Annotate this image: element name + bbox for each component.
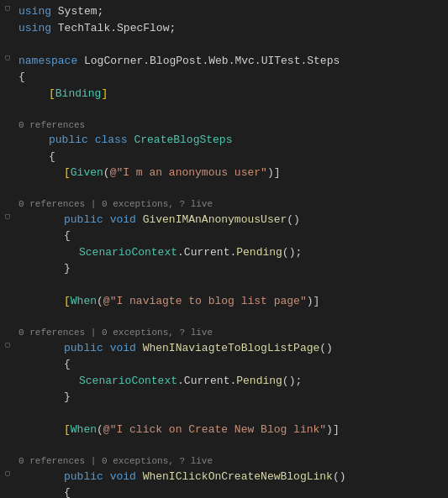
- line-content: [When(@"I click on Create New Blog link"…: [15, 422, 448, 438]
- code-line: [Binding]: [0, 86, 448, 102]
- gutter-icon[interactable]: ▢: [0, 53, 15, 65]
- token-plain: [88, 134, 95, 146]
- token-type: ScenarioContext: [79, 375, 177, 387]
- token-type: When: [71, 423, 97, 436]
- code-line: {: [0, 69, 448, 86]
- line-content: 0 references | 0 exceptions, ? live: [15, 181, 448, 212]
- token-bracket: [: [64, 295, 71, 307]
- token-string: @"I click on Create New Blog link": [103, 423, 326, 436]
- token-plain: LogCorner.BlogPost.Web.Mvc.UITest.Steps: [77, 55, 340, 67]
- code-line: [0, 277, 448, 294]
- token-kw: using: [18, 22, 51, 34]
- line-content: 0 references | 0 exceptions, ? live: [15, 438, 448, 469]
- line-content: public void GivenIMAnAnonymousUser(): [15, 212, 448, 228]
- code-line: ▢public void WhenINaviagteToBlogListPage…: [0, 340, 448, 357]
- token-plain: ();: [282, 246, 302, 259]
- code-line: 0 references | 0 exceptions, ? live: [0, 310, 448, 340]
- token-brace: {: [64, 486, 71, 498]
- token-brace: }: [64, 262, 71, 275]
- code-line: {: [0, 356, 448, 373]
- line-content: ScenarioContext.Current.Pending();: [15, 244, 448, 261]
- line-content: public void WhenIClickOnCreateNewBlogLin…: [15, 469, 448, 485]
- token-plain: System;: [51, 5, 103, 18]
- line-content: 0 references: [15, 102, 448, 132]
- code-line: using TechTalk.SpecFlow;: [0, 20, 448, 37]
- line-content: public class CreateBlogSteps: [15, 132, 448, 149]
- token-string: @"I m an anonymous user": [110, 166, 267, 179]
- token-method: WhenINaviagteToBlogListPage: [143, 342, 320, 354]
- token-type: When: [71, 295, 97, 307]
- token-plain: (): [333, 470, 346, 483]
- token-kw: void: [110, 342, 136, 354]
- token-plain: .Current.: [177, 246, 236, 259]
- token-kw: void: [110, 213, 136, 226]
- code-editor: ▢using System;using TechTalk.SpecFlow;▢n…: [0, 0, 448, 498]
- gutter-icon[interactable]: ▢: [0, 212, 15, 223]
- gutter-icon[interactable]: ▢: [0, 3, 15, 15]
- code-line: ▢namespace LogCorner.BlogPost.Web.Mvc.UI…: [0, 53, 448, 70]
- token-method: GivenIMAnAnonymousUser: [143, 213, 287, 226]
- token-kw: class: [95, 134, 128, 146]
- line-content: [15, 406, 448, 422]
- reference-info: 0 references | 0 exceptions, ? live: [18, 197, 448, 212]
- token-kw: public: [64, 342, 103, 354]
- line-content: }: [15, 389, 448, 406]
- line-content: }: [15, 260, 448, 277]
- token-plain: (): [319, 342, 333, 354]
- token-type: ScenarioContext: [79, 246, 177, 259]
- token-bracket: [: [49, 87, 55, 100]
- token-bracket: [: [64, 166, 71, 179]
- token-plain: [103, 213, 110, 226]
- code-line: 0 references | 0 exceptions, ? live: [0, 181, 448, 212]
- gutter-icon[interactable]: ▢: [0, 469, 15, 480]
- line-content: {: [15, 149, 448, 165]
- token-method: WhenIClickOnCreateNewBlogLink: [143, 470, 333, 483]
- token-kw: public: [64, 470, 103, 483]
- code-line: {: [0, 485, 448, 498]
- token-method: Pending: [236, 375, 282, 387]
- line-content: [Binding]: [15, 86, 448, 102]
- token-plain: (): [287, 213, 300, 226]
- code-line: [0, 36, 448, 53]
- code-line: ▢public void WhenIClickOnCreateNewBlogLi…: [0, 469, 448, 485]
- code-line: ▢using System;: [0, 3, 448, 20]
- token-plain: (: [97, 423, 103, 436]
- token-brace: {: [49, 150, 55, 163]
- token-kw: void: [110, 470, 136, 483]
- code-line: ▢public void GivenIMAnAnonymousUser(): [0, 212, 448, 228]
- token-plain: (: [103, 166, 110, 179]
- code-line: 0 references: [0, 102, 448, 132]
- code-line: [0, 406, 448, 422]
- token-bracket: ]: [101, 87, 108, 100]
- line-content: public void WhenINaviagteToBlogListPage(…: [15, 340, 448, 357]
- reference-info: 0 references: [18, 118, 448, 133]
- token-plain: [136, 342, 143, 354]
- line-content: ScenarioContext.Current.Pending();: [15, 373, 448, 390]
- token-plain: [103, 342, 110, 354]
- token-brace: {: [64, 229, 71, 242]
- token-kw: using: [18, 5, 51, 18]
- token-type: Given: [71, 166, 103, 179]
- token-bracket: [: [64, 423, 71, 436]
- token-string: @"I naviagte to blog list page": [103, 295, 307, 307]
- token-plain: [136, 213, 143, 226]
- code-line: public class CreateBlogSteps: [0, 132, 448, 149]
- token-brace: {: [18, 71, 25, 83]
- code-line: ScenarioContext.Current.Pending();: [0, 373, 448, 390]
- code-line: }: [0, 260, 448, 277]
- line-content: [When(@"I naviagte to blog list page")]: [15, 293, 448, 310]
- token-type: Binding: [55, 87, 102, 100]
- line-content: [15, 277, 448, 294]
- code-line: {: [0, 228, 448, 244]
- token-plain: [136, 470, 143, 483]
- gutter-icon[interactable]: ▢: [0, 340, 15, 352]
- token-plain: TechTalk.SpecFlow;: [51, 22, 176, 34]
- line-content: {: [15, 228, 448, 244]
- token-kw: namespace: [18, 55, 77, 67]
- line-content: namespace LogCorner.BlogPost.Web.Mvc.UIT…: [15, 53, 448, 70]
- token-plain: .Current.: [177, 375, 236, 387]
- line-content: 0 references | 0 exceptions, ? live: [15, 310, 448, 340]
- code-line: 0 references | 0 exceptions, ? live: [0, 438, 448, 469]
- code-line: [When(@"I naviagte to blog list page")]: [0, 293, 448, 310]
- code-line: {: [0, 149, 448, 165]
